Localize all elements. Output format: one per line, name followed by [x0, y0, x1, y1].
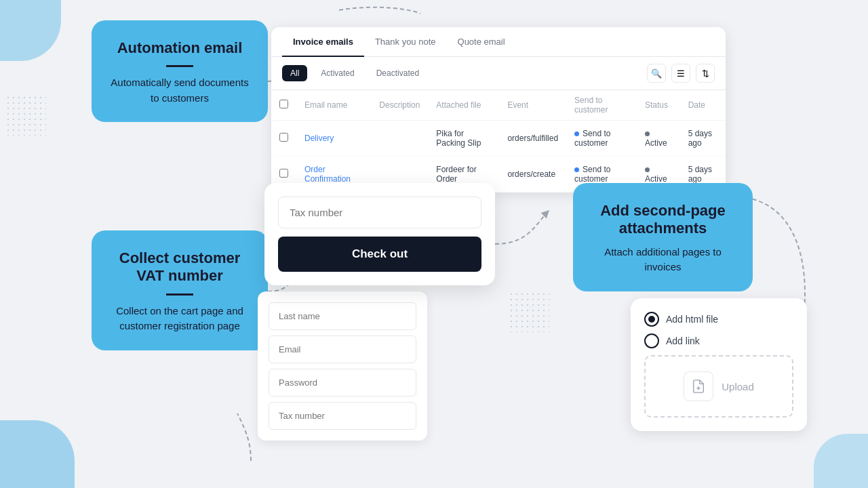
- filter-deactivated[interactable]: Deactivated: [368, 65, 427, 81]
- radio-link-label: Add link: [666, 336, 700, 346]
- row-description-1: [371, 121, 428, 157]
- blob-decoration-br: [814, 434, 868, 488]
- upload-label: Upload: [722, 381, 754, 392]
- row-checkbox-2[interactable]: [279, 169, 288, 178]
- attachments-card: Add second-page attachments Attach addit…: [573, 183, 753, 291]
- blob-decoration-tl: [0, 0, 61, 61]
- dots-pattern-2: [509, 291, 549, 332]
- automation-title: Automation email: [108, 39, 252, 57]
- toolbar-icons: 🔍 ☰ ⇅: [647, 64, 715, 83]
- email-panel: Invoice emails Thank you note Quote emai…: [271, 27, 726, 192]
- email-toolbar: All Activated Deactivated 🔍 ☰ ⇅: [271, 57, 726, 90]
- last-name-input[interactable]: [269, 302, 416, 330]
- vat-divider: [166, 293, 193, 296]
- col-date: Date: [680, 90, 726, 121]
- email-name-order-confirmation[interactable]: Order Confirmation: [304, 165, 351, 184]
- row-status-1: Active: [637, 121, 680, 157]
- tab-invoice-emails[interactable]: Invoice emails: [282, 27, 364, 56]
- select-all-checkbox[interactable]: [279, 100, 288, 108]
- col-description: Description: [371, 90, 428, 121]
- sort-icon-btn[interactable]: ⇅: [696, 64, 715, 83]
- upload-panel: Add html file Add link Upload: [631, 298, 807, 431]
- radio-add-link[interactable]: Add link: [644, 333, 793, 348]
- row-event-1: orders/fulfilled: [499, 121, 566, 157]
- upload-area[interactable]: Upload: [644, 355, 793, 418]
- checkout-panel: Check out: [264, 183, 495, 285]
- email-tabs: Invoice emails Thank you note Quote emai…: [271, 27, 726, 57]
- vat-description: Collect on the cart page and customer re…: [108, 304, 252, 334]
- filter-all[interactable]: All: [282, 65, 307, 81]
- tab-thank-you[interactable]: Thank you note: [364, 27, 447, 56]
- col-attached-file: Attached file: [428, 90, 499, 121]
- email-input[interactable]: [269, 336, 416, 363]
- radio-html-icon: [644, 312, 659, 327]
- tab-quote-email[interactable]: Quote email: [447, 27, 516, 56]
- password-input[interactable]: [269, 369, 416, 396]
- tax-number-reg-input[interactable]: [269, 402, 416, 430]
- row-date-1: 5 days ago: [680, 121, 726, 157]
- radio-link-icon: [644, 333, 659, 348]
- automation-divider: [166, 65, 193, 67]
- checkout-button[interactable]: Check out: [278, 237, 481, 272]
- vat-card: Collect customer VAT number Collect on t…: [92, 230, 268, 350]
- radio-html-label: Add html file: [666, 314, 718, 325]
- email-table: Email name Description Attached file Eve…: [271, 90, 726, 192]
- table-row: Delivery Pika for Packing Slip orders/fu…: [271, 121, 726, 157]
- col-email-name: Email name: [296, 90, 371, 121]
- search-icon-btn[interactable]: 🔍: [647, 64, 666, 83]
- tax-number-input[interactable]: [278, 197, 481, 228]
- attachments-description: Attach additional pages to invoices: [589, 245, 736, 275]
- automation-description: Automatically send documents to customer…: [108, 75, 252, 106]
- registration-form: [258, 291, 427, 441]
- col-status: Status: [637, 90, 680, 121]
- upload-icon: [684, 371, 713, 401]
- filter-activated[interactable]: Activated: [313, 65, 362, 81]
- row-attached-1: Pika for Packing Slip: [428, 121, 499, 157]
- vat-title: Collect customer VAT number: [108, 249, 252, 285]
- row-event-2: orders/create: [499, 157, 566, 192]
- row-checkbox-1[interactable]: [279, 133, 288, 142]
- dots-pattern-1: [5, 95, 46, 136]
- filter-icon-btn[interactable]: ☰: [671, 64, 690, 83]
- col-send-to-customer: Send to customer: [566, 90, 637, 121]
- row-send-1: Send to customer: [566, 121, 637, 157]
- radio-html-file[interactable]: Add html file: [644, 312, 793, 327]
- email-name-delivery[interactable]: Delivery: [304, 134, 334, 143]
- attachments-title: Add second-page attachments: [589, 202, 736, 238]
- col-event: Event: [499, 90, 566, 121]
- blob-decoration-bl: [0, 420, 75, 488]
- automation-card: Automation email Automatically send docu…: [92, 20, 268, 122]
